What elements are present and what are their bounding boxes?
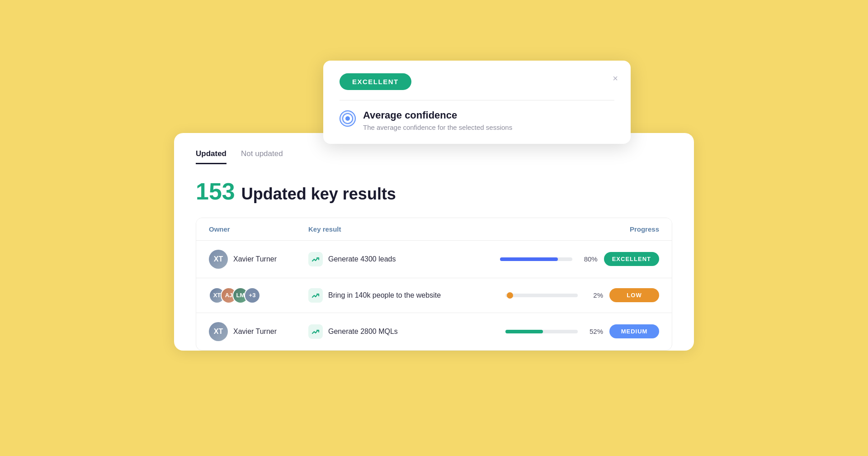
- multi-avatar-2: XT AJ LM +3: [209, 287, 260, 304]
- results-table: Owner Key result Progress XT Xavier Turn…: [196, 218, 672, 351]
- tooltip-description: The average confidence for the selected …: [363, 124, 614, 131]
- col-owner: Owner: [209, 225, 308, 233]
- progress-track-3: [505, 330, 578, 333]
- trending-up-icon: [311, 255, 320, 264]
- kr-icon-2: [308, 288, 323, 303]
- progress-pct-2: 2%: [584, 291, 603, 299]
- progress-cell-2: 2% LOW: [487, 288, 659, 302]
- avatar-count: +3: [244, 287, 260, 304]
- tooltip-card: EXCELLENT Average confidence The average…: [323, 61, 631, 144]
- trending-up-icon-3: [311, 327, 320, 336]
- trending-up-icon-2: [311, 291, 320, 300]
- progress-dot-2: [507, 292, 513, 299]
- owner-cell-1: XT Xavier Turner: [209, 250, 308, 269]
- table-row: XT Xavier Turner Generate 4300 leads: [196, 240, 672, 278]
- tabs-row: Updated Not updated: [196, 149, 672, 164]
- col-progress: Progress: [487, 225, 659, 233]
- tooltip-text-block: Average confidence The average confidenc…: [363, 109, 614, 131]
- progress-cell-3: 52% MEDIUM: [487, 324, 659, 338]
- kr-icon-3: [308, 324, 323, 339]
- progress-track-1: [500, 257, 572, 261]
- tooltip-content: Average confidence The average confidenc…: [340, 109, 614, 131]
- col-key-result: Key result: [308, 225, 487, 233]
- progress-fill-3: [505, 330, 543, 333]
- kr-cell-3: Generate 2800 MQLs: [308, 324, 487, 339]
- progress-fill-1: [500, 257, 558, 261]
- table-header: Owner Key result Progress: [196, 218, 672, 240]
- tooltip-divider: [340, 100, 614, 100]
- kr-icon-1: [308, 252, 323, 266]
- owner-cell-2: XT AJ LM +3: [209, 287, 308, 304]
- target-icon: [340, 110, 356, 127]
- kr-cell-2: Bring in 140k people to the website: [308, 288, 487, 303]
- avatar-xavier-1: XT: [209, 250, 228, 269]
- results-count: 153: [196, 178, 235, 205]
- kr-cell-1: Generate 4300 leads: [308, 252, 487, 266]
- owner-name-3: Xavier Turner: [233, 328, 277, 336]
- svg-point-2: [345, 116, 350, 121]
- progress-cell-1: 80% EXCELLENT: [487, 252, 659, 266]
- owner-cell-3: XT Xavier Turner: [209, 322, 308, 341]
- owner-name-1: Xavier Turner: [233, 255, 277, 263]
- avatar-xavier-3: XT: [209, 322, 228, 341]
- table-row: XT AJ LM +3: [196, 278, 672, 313]
- results-heading: 153 Updated key results: [196, 178, 672, 205]
- progress-pct-1: 80%: [579, 255, 598, 263]
- table-row: XT Xavier Turner Generate 2800 MQLs: [196, 313, 672, 350]
- badge-1: EXCELLENT: [604, 252, 659, 266]
- tab-updated[interactable]: Updated: [196, 149, 226, 164]
- progress-pct-3: 52%: [584, 328, 603, 335]
- progress-track-2: [505, 294, 578, 297]
- badge-3: MEDIUM: [609, 324, 659, 338]
- tooltip-title: Average confidence: [363, 109, 614, 121]
- tab-not-updated[interactable]: Not updated: [241, 149, 283, 164]
- results-label: Updated key results: [241, 185, 396, 204]
- tooltip-badge: EXCELLENT: [340, 73, 411, 90]
- tooltip-close-button[interactable]: ×: [613, 73, 618, 84]
- kr-text-3: Generate 2800 MQLs: [328, 328, 398, 336]
- kr-text-2: Bring in 140k people to the website: [328, 291, 441, 299]
- badge-2: LOW: [609, 288, 659, 302]
- kr-text-1: Generate 4300 leads: [328, 255, 396, 263]
- main-card: Updated Not updated 153 Updated key resu…: [174, 133, 694, 351]
